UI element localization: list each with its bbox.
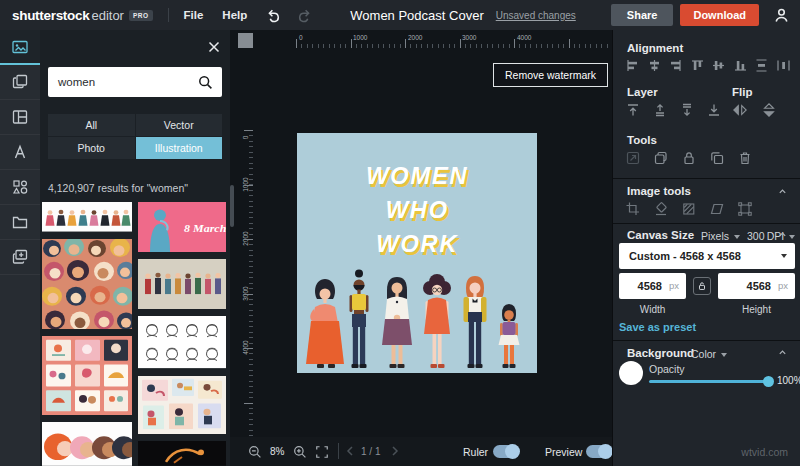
result-thumbnail-card-grid[interactable] (42, 336, 132, 415)
media-type-filters: All Vector Photo Illustration (48, 114, 222, 159)
unsaved-changes-link[interactable]: Unsaved changes (496, 10, 576, 21)
canvas-size-section-title: Canvas Size (627, 229, 694, 241)
lock-icon[interactable] (681, 150, 697, 166)
redo-icon[interactable] (296, 7, 312, 23)
ruler-toggle-label: Ruler (463, 446, 488, 458)
rail-item-images[interactable] (0, 30, 40, 65)
download-button[interactable]: Download (680, 4, 759, 26)
send-to-back-icon[interactable] (706, 102, 722, 118)
rail-item-elements-icon[interactable] (0, 170, 40, 205)
background-color-swatch[interactable] (619, 361, 643, 385)
search-icon[interactable] (198, 75, 213, 90)
distribute-vertical-icon[interactable] (754, 58, 769, 73)
duplicate-icon[interactable] (709, 150, 725, 166)
align-middle-vertical-icon[interactable] (711, 58, 726, 73)
image-tools-collapse-icon[interactable] (778, 187, 786, 195)
zoom-out-icon[interactable] (248, 445, 262, 459)
units-dropdown[interactable]: Pixels (701, 230, 740, 242)
menu-help[interactable]: Help (222, 9, 247, 21)
panel-divider (613, 223, 800, 224)
background-collapse-icon[interactable] (778, 348, 786, 356)
transform-frame-icon[interactable] (737, 201, 753, 217)
v-ruler-label: 0 (242, 130, 249, 145)
width-value: 4568 (638, 273, 662, 299)
width-input[interactable]: 4568 px (619, 273, 686, 299)
preview-toggle[interactable] (586, 445, 612, 458)
send-backward-icon[interactable] (679, 102, 695, 118)
rail-item-folders-icon[interactable] (0, 205, 40, 240)
opacity-slider-handle[interactable] (763, 376, 774, 387)
close-panel-icon[interactable] (208, 41, 220, 53)
eraser-icon[interactable] (653, 201, 669, 217)
canvas-page[interactable]: WOMEN WHO WORK (297, 133, 537, 373)
panel-scrollbar-thumb[interactable] (230, 185, 234, 227)
result-thumbnail-holding-hands[interactable] (42, 202, 132, 232)
filter-illustration[interactable]: Illustration (136, 137, 223, 159)
properties-panel: Alignment Layer Flip Tools (612, 30, 800, 466)
align-bottom-icon[interactable] (733, 58, 748, 73)
left-toolbar-rail (0, 30, 40, 466)
logo-brand: shutterstock (12, 8, 89, 23)
size-preset-select[interactable]: Custom - 4568 x 4568 (619, 243, 795, 269)
caret-down-icon (781, 254, 787, 258)
group-icon[interactable] (653, 150, 669, 166)
distribute-horizontal-icon[interactable] (776, 58, 791, 73)
h-ruler-label: 4000 (517, 34, 531, 41)
rail-item-text-icon[interactable] (0, 135, 40, 170)
pattern-fill-icon[interactable] (681, 201, 697, 217)
filter-all[interactable]: All (48, 114, 135, 136)
opacity-slider[interactable] (649, 380, 771, 383)
rail-item-duplicate-icon[interactable] (0, 65, 40, 100)
align-center-horizontal-icon[interactable] (647, 58, 662, 73)
next-page-icon[interactable] (390, 445, 400, 457)
result-thumbnail-profiles[interactable] (42, 422, 132, 466)
background-section-title: Background (627, 347, 694, 359)
align-right-icon[interactable] (668, 58, 683, 73)
share-button[interactable]: Share (611, 4, 674, 26)
result-thumbnail-crowd-faces[interactable] (42, 239, 132, 330)
menu-file[interactable]: File (184, 9, 204, 21)
account-icon[interactable] (773, 7, 790, 24)
result-thumbnail-pastel-cards[interactable] (138, 376, 226, 435)
crop-icon[interactable] (625, 201, 641, 217)
align-left-icon[interactable] (625, 58, 640, 73)
canvas-size-collapse-icon[interactable] (778, 230, 786, 238)
rail-item-templates-icon[interactable] (0, 100, 40, 135)
flip-vertical-icon[interactable] (761, 102, 777, 118)
rail-item-uploads-icon[interactable] (0, 240, 40, 275)
bring-forward-icon[interactable] (652, 102, 668, 118)
result-thumbnail-women-row[interactable] (138, 259, 226, 309)
document-title[interactable]: Women Podcast Cover (350, 8, 483, 23)
align-top-icon[interactable] (690, 58, 705, 73)
width-label: Width (619, 304, 686, 315)
skew-icon[interactable] (709, 201, 725, 217)
zoom-in-icon[interactable] (293, 445, 307, 459)
ruler-toggle[interactable] (493, 445, 519, 458)
caret-down-icon (734, 235, 740, 239)
fit-to-screen-icon[interactable] (315, 445, 329, 459)
height-input[interactable]: 4568 px (718, 273, 795, 299)
search-input[interactable]: women (48, 67, 222, 97)
filter-vector[interactable]: Vector (136, 114, 223, 136)
shutterstock-logo[interactable]: shutterstock editor PRO (12, 8, 153, 23)
filter-photo[interactable]: Photo (48, 137, 135, 159)
background-mode-dropdown[interactable]: Color (691, 348, 727, 360)
zoom-level[interactable]: 8% (270, 446, 284, 457)
dpi-dropdown[interactable]: 300 DPI (747, 230, 795, 242)
aspect-lock-button[interactable] (693, 277, 711, 295)
header-divider (168, 8, 169, 22)
result-thumbnail-gymnast[interactable] (138, 441, 226, 466)
bring-to-front-icon[interactable] (625, 102, 641, 118)
remove-watermark-button[interactable]: Remove watermark (493, 63, 608, 87)
flip-horizontal-icon[interactable] (732, 102, 748, 118)
replace-image-icon[interactable] (625, 150, 641, 166)
save-as-preset-link[interactable]: Save as preset (619, 321, 696, 333)
result-thumbnail-8-march[interactable]: 8 March (138, 202, 226, 252)
undo-icon[interactable] (266, 7, 282, 23)
previous-page-icon[interactable] (345, 445, 355, 457)
delete-icon[interactable] (737, 150, 753, 166)
screenshot-watermark: wtvid.com (741, 446, 788, 458)
ruler-corner-box (238, 33, 253, 48)
bottom-bar-separator (338, 443, 339, 459)
result-thumbnail-sketch-avatars[interactable] (138, 316, 226, 368)
